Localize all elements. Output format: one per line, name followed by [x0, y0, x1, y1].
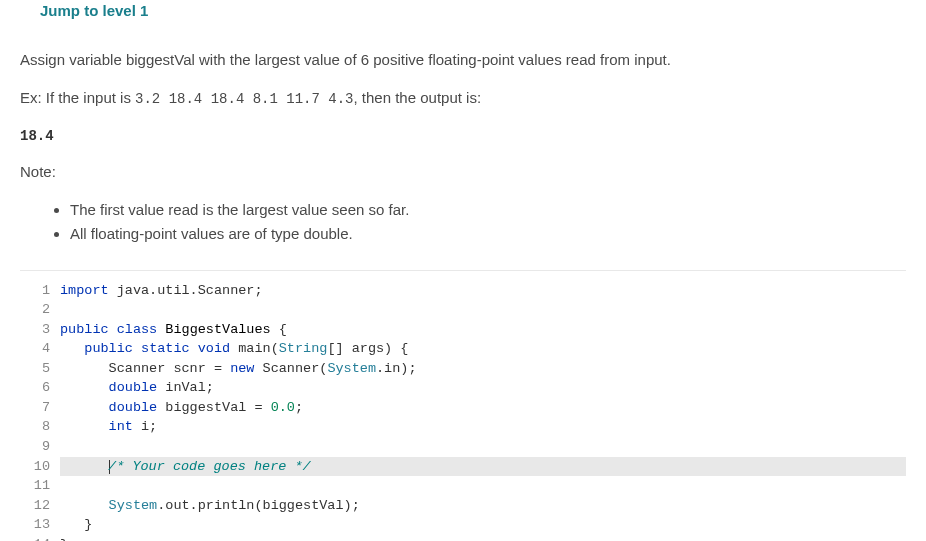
list-item: All floating-point values are of type do…: [70, 222, 906, 246]
line-number: 14: [20, 535, 60, 541]
line-number: 9: [20, 437, 60, 457]
code-line[interactable]: 10 /* Your code goes here */: [20, 457, 906, 477]
line-content[interactable]: double inVal;: [60, 378, 906, 398]
line-content[interactable]: [60, 437, 906, 457]
line-content[interactable]: public static void main(String[] args) {: [60, 339, 906, 359]
line-content[interactable]: System.out.println(biggestVal);: [60, 496, 906, 516]
line-number: 4: [20, 339, 60, 359]
example-suffix: , then the output is:: [354, 89, 482, 106]
line-number: 3: [20, 320, 60, 340]
code-line[interactable]: 14}: [20, 535, 906, 541]
list-item: The first value read is the largest valu…: [70, 198, 906, 222]
code-line[interactable]: 6 double inVal;: [20, 378, 906, 398]
line-number: 7: [20, 398, 60, 418]
notes-list: The first value read is the largest valu…: [20, 198, 906, 246]
jump-to-level-link[interactable]: Jump to level 1: [20, 0, 148, 23]
code-line[interactable]: 12 System.out.println(biggestVal);: [20, 496, 906, 516]
line-content[interactable]: public class BiggestValues {: [60, 320, 906, 340]
code-line[interactable]: 11: [20, 476, 906, 496]
example-output: 18.4: [20, 126, 906, 147]
code-line[interactable]: 7 double biggestVal = 0.0;: [20, 398, 906, 418]
line-number: 11: [20, 476, 60, 496]
code-line[interactable]: 8 int i;: [20, 417, 906, 437]
line-content[interactable]: int i;: [60, 417, 906, 437]
line-number: 8: [20, 417, 60, 437]
line-number: 2: [20, 300, 60, 320]
line-content[interactable]: }: [60, 515, 906, 535]
example-input: 3.2 18.4 18.4 8.1 11.7 4.3: [135, 91, 353, 107]
code-line[interactable]: 13 }: [20, 515, 906, 535]
line-number: 1: [20, 281, 60, 301]
example-prefix: Ex: If the input is: [20, 89, 135, 106]
line-content[interactable]: [60, 300, 906, 320]
problem-description: Assign variable biggestVal with the larg…: [20, 49, 906, 72]
line-content[interactable]: /* Your code goes here */: [60, 457, 906, 477]
code-line[interactable]: 1import java.util.Scanner;: [20, 281, 906, 301]
line-content[interactable]: import java.util.Scanner;: [60, 281, 906, 301]
line-number: 6: [20, 378, 60, 398]
line-content[interactable]: double biggestVal = 0.0;: [60, 398, 906, 418]
line-number: 5: [20, 359, 60, 379]
code-line[interactable]: 9: [20, 437, 906, 457]
line-number: 10: [20, 457, 60, 477]
line-content[interactable]: [60, 476, 906, 496]
line-content[interactable]: }: [60, 535, 906, 541]
code-line[interactable]: 5 Scanner scnr = new Scanner(System.in);: [20, 359, 906, 379]
page-container: Jump to level 1 Assign variable biggestV…: [0, 0, 926, 541]
code-line[interactable]: 2: [20, 300, 906, 320]
code-line[interactable]: 3public class BiggestValues {: [20, 320, 906, 340]
note-label: Note:: [20, 161, 906, 184]
line-number: 13: [20, 515, 60, 535]
line-content[interactable]: Scanner scnr = new Scanner(System.in);: [60, 359, 906, 379]
code-line[interactable]: 4 public static void main(String[] args)…: [20, 339, 906, 359]
line-number: 12: [20, 496, 60, 516]
code-editor[interactable]: 1import java.util.Scanner;23public class…: [20, 270, 906, 542]
example-line: Ex: If the input is 3.2 18.4 18.4 8.1 11…: [20, 87, 906, 110]
